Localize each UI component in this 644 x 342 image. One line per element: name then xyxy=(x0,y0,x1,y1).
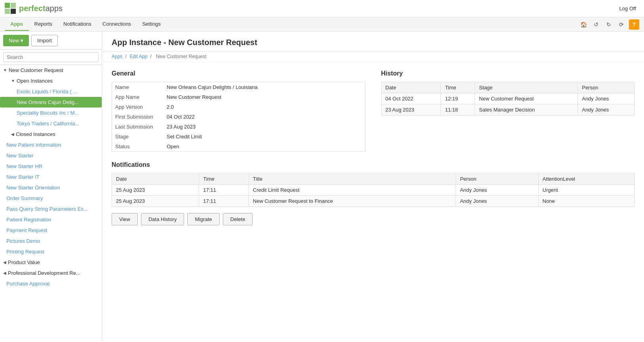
log-off-link[interactable]: Log Off xyxy=(619,6,636,11)
field-app-name: App Name New Customer Request xyxy=(112,92,365,102)
history-title: History xyxy=(381,70,635,77)
nav-item-notifications[interactable]: Notifications xyxy=(58,18,97,31)
history-row2-date: 23 Aug 2023 xyxy=(381,104,441,115)
history-table: Date Time Stage Person 04 Oct 2022 12:19… xyxy=(381,82,635,115)
field-app-version-label: App Version xyxy=(112,102,163,112)
field-last-submission: Last Submission 23 Aug 2023 xyxy=(112,122,365,132)
field-name: Name New Orleans Cajun Delights / Louisi… xyxy=(112,82,365,92)
sidebar-item-new-starter-it[interactable]: New Starter IT xyxy=(0,172,102,182)
page-title: App Instance - New Customer Request xyxy=(112,38,635,47)
topbar-right: Log Off xyxy=(619,6,639,11)
nav-item-apps[interactable]: Apps xyxy=(5,18,29,31)
sidebar-closed-instances-label: Closed Instances xyxy=(16,131,55,137)
notif-row1-person: Andy Jones xyxy=(456,185,538,196)
sidebar-item-new-starter-hr[interactable]: New Starter HR xyxy=(0,161,102,172)
nav-item-connections[interactable]: Connections xyxy=(97,18,137,31)
field-last-submission-label: Last Submission xyxy=(112,122,163,132)
notifications-section: Notifications Date Time Title Person Att… xyxy=(112,161,635,207)
breadcrumb-sep1: / xyxy=(125,54,128,59)
logo-text: perfectapps xyxy=(19,4,63,13)
dropdown-arrow-icon: ▾ xyxy=(21,38,23,43)
refresh-icon-button[interactable]: ↺ xyxy=(591,19,601,30)
notif-col-date: Date xyxy=(112,174,199,185)
content-area: App Instance - New Customer Request Apps… xyxy=(102,32,644,342)
notifications-header-row: Date Time Title Person AttentionLevel xyxy=(112,174,635,185)
history-col-date: Date xyxy=(381,82,441,93)
search-input[interactable] xyxy=(3,52,99,62)
sidebar-item-tokyo-traders[interactable]: Tokyo Traders / California... xyxy=(0,118,102,129)
nav-item-settings[interactable]: Settings xyxy=(137,18,166,31)
notif-row1-attention: Urgent xyxy=(538,185,634,196)
delete-button[interactable]: Delete xyxy=(223,213,253,225)
notif-col-attention: AttentionLevel xyxy=(538,174,634,185)
notifications-table: Date Time Title Person AttentionLevel 25… xyxy=(112,173,635,207)
import-button[interactable]: Import xyxy=(31,35,58,46)
sidebar-item-new-starter[interactable]: New Starter xyxy=(0,150,102,161)
topbar: perfectapps Log Off xyxy=(0,0,644,17)
notif-row1-date: 25 Aug 2023 xyxy=(112,185,199,196)
sidebar-item-exotic-liquids[interactable]: Exotic Liquids / Florida ( ... xyxy=(0,86,102,97)
sidebar-item-payment-request[interactable]: Payment Request xyxy=(0,225,102,236)
chevron-down-icon: ▼ xyxy=(11,79,15,83)
reload-icon-button[interactable]: ↻ xyxy=(604,19,614,30)
sidebar-product-value-label: Product Value xyxy=(8,259,40,265)
sidebar-item-closed-instances[interactable]: ◀ Closed Instances xyxy=(0,129,102,140)
notif-row1-time: 17:11 xyxy=(199,185,249,196)
field-last-submission-value: 23 Aug 2023 xyxy=(163,122,365,132)
chevron-left-icon: ◀ xyxy=(3,260,6,265)
history-row1-date: 04 Oct 2022 xyxy=(381,93,441,104)
sidebar-open-instances-label: Open Instances xyxy=(17,78,53,84)
content-body: General Name New Orleans Cajun Delights … xyxy=(102,62,644,233)
sidebar-list: ▼ New Customer Request ▼ Open Instances … xyxy=(0,65,102,342)
sidebar-toolbar: New ▾ Import xyxy=(0,32,102,50)
breadcrumb-current: New Customer Request xyxy=(156,54,206,59)
sidebar-item-speciality-biscuits[interactable]: Speciality Biscuits Inc / M... xyxy=(0,108,102,118)
navbar-right: 🏠 ↺ ↻ ⟳ ? xyxy=(578,19,639,30)
sidebar-item-professional-development[interactable]: ◀ Professional Development Re... xyxy=(0,268,102,278)
field-stage-value: Set Credit Limit xyxy=(163,132,365,142)
new-button[interactable]: New ▾ xyxy=(3,35,29,46)
data-history-button[interactable]: Data History xyxy=(141,213,184,225)
field-app-name-label: App Name xyxy=(112,92,163,102)
field-stage-label: Stage xyxy=(112,132,163,142)
sidebar-item-new-orleans[interactable]: New Orleans Cajun Delig... xyxy=(0,97,102,108)
sidebar-item-purchase-approval[interactable]: Purchase Approval xyxy=(0,278,102,289)
general-title: General xyxy=(112,70,365,77)
notif-col-title: Title xyxy=(249,174,456,185)
migrate-button[interactable]: Migrate xyxy=(187,213,219,225)
help-icon-button[interactable]: ? xyxy=(629,19,639,30)
field-status: Status Open xyxy=(112,142,365,151)
notif-row-2: 25 Aug 2023 17:11 New Customer Request t… xyxy=(112,196,635,207)
svg-rect-1 xyxy=(11,3,16,8)
breadcrumb-edit-app[interactable]: Edit App xyxy=(129,54,147,59)
sidebar-item-pictures-demo[interactable]: Pictures Demo xyxy=(0,236,102,246)
logo-icon xyxy=(5,3,17,15)
two-col-layout: General Name New Orleans Cajun Delights … xyxy=(112,70,635,152)
field-stage: Stage Set Credit Limit xyxy=(112,132,365,142)
field-first-submission-value: 04 Oct 2022 xyxy=(163,112,365,122)
sidebar-item-new-starter-orientation[interactable]: New Starter Orientation xyxy=(0,182,102,193)
sidebar-item-printing-request[interactable]: Printing Request xyxy=(0,246,102,257)
sidebar-item-patient-registration[interactable]: Patient Registration xyxy=(0,214,102,225)
general-section: General Name New Orleans Cajun Delights … xyxy=(112,70,365,152)
action-buttons: View Data History Migrate Delete xyxy=(112,213,635,225)
breadcrumb-apps[interactable]: Apps xyxy=(112,54,122,59)
sidebar-item-product-value[interactable]: ◀ Product Value xyxy=(0,257,102,268)
sidebar-item-pass-query[interactable]: Pass Query String Parameters Ex... xyxy=(0,204,102,214)
history-section: History Date Time Stage Person xyxy=(381,70,635,152)
sidebar-item-new-patient-information[interactable]: New Patient Information xyxy=(0,140,102,150)
field-app-name-value: New Customer Request xyxy=(163,92,365,102)
home-icon-button[interactable]: 🏠 xyxy=(578,19,589,30)
sidebar-item-new-customer-request[interactable]: ▼ New Customer Request xyxy=(0,65,102,76)
sync-icon-button[interactable]: ⟳ xyxy=(616,19,627,30)
general-table-wrapper: Name New Orleans Cajun Delights / Louisi… xyxy=(112,82,365,152)
notif-row2-date: 25 Aug 2023 xyxy=(112,196,199,207)
view-button[interactable]: View xyxy=(112,213,138,225)
sidebar-item-open-instances[interactable]: ▼ Open Instances xyxy=(0,76,102,86)
sidebar-item-order-summary[interactable]: Order Summary xyxy=(0,193,102,204)
history-row-2: 23 Aug 2023 11:18 Sales Manager Decision… xyxy=(381,104,635,115)
svg-rect-0 xyxy=(5,3,10,8)
nav-item-reports[interactable]: Reports xyxy=(29,18,58,31)
history-row2-time: 11:18 xyxy=(441,104,475,115)
logo: perfectapps xyxy=(5,3,63,15)
